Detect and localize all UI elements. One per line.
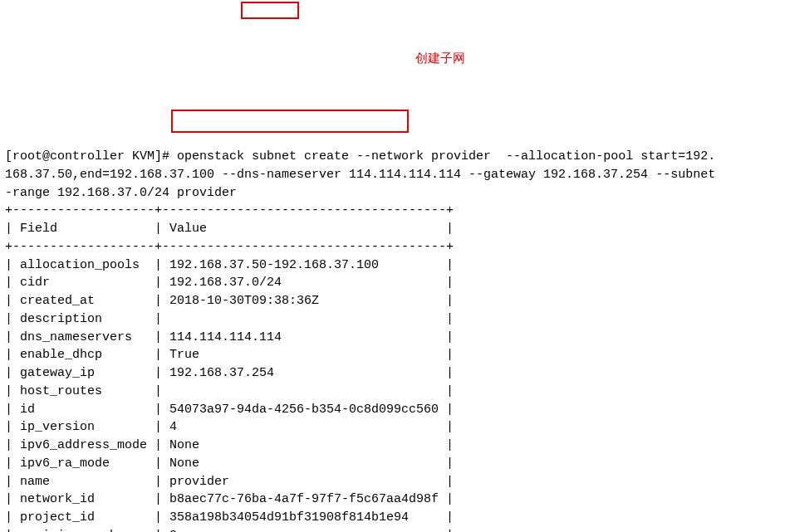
shell-prompt: [root@controller KVM]# xyxy=(5,149,177,164)
output-table: +-------------------+-------------------… xyxy=(5,203,454,532)
terminal-output: [root@controller KVM]# openstack subnet … xyxy=(5,148,785,532)
annotation-create-subnet: 创建子网 xyxy=(415,49,465,67)
highlight-allocation-box xyxy=(171,110,409,133)
highlight-subnet-box xyxy=(241,2,299,19)
